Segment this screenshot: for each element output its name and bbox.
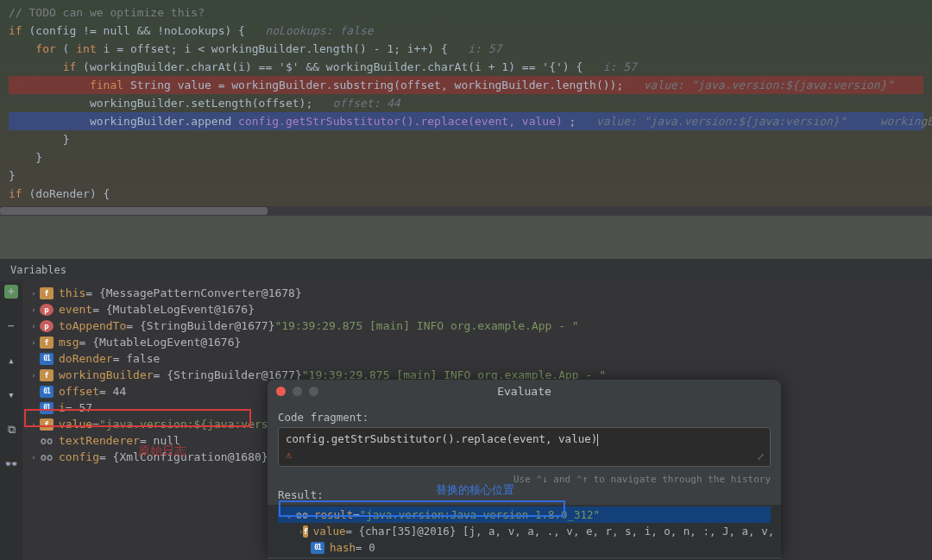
variable-row[interactable]: 01 hash = 0 — [278, 539, 771, 556]
var-kind-icon: 01 — [311, 542, 324, 554]
var-name: config — [59, 450, 99, 463]
code-line: if (workingBuilder.charAt(i) == '$' && w… — [9, 58, 923, 76]
var-value: = {MutableLogEvent@1676} — [92, 303, 255, 316]
var-value: = — [353, 508, 360, 521]
var-value: = — [92, 418, 99, 431]
var-value: = {StringBuilder@1677} — [126, 319, 274, 332]
var-kind-icon: p — [40, 320, 54, 332]
intention-bulb-icon[interactable]: ⚠ — [286, 449, 292, 461]
variable-row[interactable]: 01 doRender = false — [22, 350, 932, 367]
code-line: for ( int i = offset; i < workingBuilder… — [9, 40, 923, 58]
var-name: doRender — [59, 352, 113, 365]
code-line: } — [9, 148, 923, 167]
code-line: } — [9, 130, 923, 148]
var-name: offset — [59, 385, 99, 398]
var-kind-icon: f — [40, 418, 54, 431]
var-kind-icon: p — [40, 304, 54, 316]
variable-row[interactable]: › f value = {char[35]@2016} [j, a, v, a,… — [278, 523, 771, 539]
tree-twistie[interactable]: › — [28, 289, 40, 298]
tree-twistie[interactable]: › — [28, 322, 40, 330]
expand-icon[interactable]: ⤢ — [757, 451, 765, 462]
var-name: textRenderer — [59, 434, 140, 447]
var-name: this — [59, 286, 85, 299]
code-line: } — [9, 167, 923, 185]
var-kind-icon: f — [40, 369, 54, 381]
variable-row[interactable]: ⌄ oo result = "java.version:Java version… — [278, 507, 771, 523]
code-line: final String value = workingBuilder.subs… — [9, 76, 923, 94]
code-line: if (config != null && !noLookups) { noLo… — [9, 22, 923, 40]
result-label: Result: — [278, 488, 771, 501]
var-name: value — [313, 525, 346, 538]
tree-twistie[interactable]: › — [28, 338, 40, 347]
tree-twistie[interactable]: › — [28, 420, 40, 429]
nav-hint: Use ⌃↓ and ⌃↑ to navigate through the hi… — [278, 474, 771, 485]
var-name: msg — [59, 336, 79, 349]
variable-row[interactable]: › f msg = {MutableLogEvent@1676} — [22, 334, 932, 350]
watch-up-icon[interactable]: ▴ — [4, 354, 18, 368]
var-kind-icon: oo — [295, 509, 309, 521]
code-fragment-label: Code fragment: — [278, 411, 771, 424]
variable-row[interactable]: › p event = {MutableLogEvent@1676} — [22, 301, 932, 318]
tree-twistie[interactable]: › — [28, 371, 40, 380]
add-watch-icon[interactable]: + — [4, 285, 18, 299]
variables-panel-header: Variables — [0, 259, 932, 281]
var-kind-icon: 01 — [40, 386, 54, 398]
code-line: // TODO can we optimize this? — [9, 3, 923, 22]
evaluate-title: Evaluate — [268, 385, 781, 398]
evaluate-window: Evaluate Code fragment: config.getStrSub… — [268, 380, 781, 559]
variable-row[interactable]: › p toAppendTo = {StringBuilder@1677} "1… — [22, 318, 932, 334]
var-name: i — [59, 401, 66, 414]
evaluate-titlebar[interactable]: Evaluate — [268, 380, 781, 402]
code-line-current: workingBuilder.append config.getStrSubst… — [9, 112, 923, 130]
var-kind-icon: f — [303, 525, 307, 538]
var-value: = {MutableLogEvent@1676} — [79, 336, 241, 349]
tree-twistie[interactable]: › — [28, 305, 40, 314]
var-name: toAppendTo — [59, 319, 126, 332]
var-kind-icon: f — [40, 287, 54, 299]
var-name: hash — [330, 541, 356, 554]
code-fragment-input[interactable]: config.getStrSubstitutor().replace(event… — [278, 427, 771, 467]
var-kind-icon: oo — [40, 435, 54, 447]
var-value: = null — [140, 434, 180, 447]
var-value: = {MessagePatternConverter@1678} — [85, 286, 301, 299]
variable-row[interactable]: › f this = {MessagePatternConverter@1678… — [22, 285, 932, 301]
var-name: result — [314, 508, 353, 521]
var-name: workingBuilder — [59, 368, 154, 381]
code-line: if (doRender) { — [9, 185, 923, 203]
var-kind-icon: 01 — [40, 353, 54, 365]
var-kind-icon: oo — [40, 451, 54, 463]
var-kind-icon: f — [40, 337, 54, 349]
result-tree[interactable]: ⌄ oo result = "java.version:Java version… — [268, 505, 781, 557]
glasses-icon[interactable]: 👓 — [4, 457, 18, 471]
var-name: event — [59, 303, 92, 316]
background-area — [0, 216, 932, 259]
code-editor[interactable]: // TODO can we optimize this? if (config… — [0, 0, 932, 206]
remove-watch-icon[interactable]: − — [4, 319, 18, 333]
var-string: "java.version:Java version 1.8.0_312" — [360, 508, 600, 521]
var-value: = false — [113, 352, 161, 365]
tree-twistie[interactable]: ⌄ — [283, 511, 295, 519]
var-value: = 0 — [356, 541, 375, 554]
var-value: = 44 — [99, 385, 126, 398]
tree-twistie[interactable]: › — [28, 453, 40, 462]
scrollbar-thumb[interactable] — [0, 207, 268, 215]
var-kind-icon: 01 — [40, 402, 54, 414]
copy-icon[interactable]: ⧉ — [4, 423, 18, 437]
code-line: workingBuilder.setLength(offset); offset… — [9, 94, 923, 112]
watch-down-icon[interactable]: ▾ — [4, 388, 18, 402]
var-value: = 57 — [66, 401, 92, 414]
horizontal-scrollbar[interactable] — [0, 206, 932, 216]
var-string: "19:39:29.875 [main] INFO org.example.Ap… — [274, 319, 578, 332]
var-value: = {char[35]@2016} [j, a, v, a, ., v, e, … — [345, 525, 781, 538]
variables-gutter: + − ▴ ▾ ⧉ 👓 — [0, 281, 22, 560]
var-name: value — [59, 418, 92, 431]
